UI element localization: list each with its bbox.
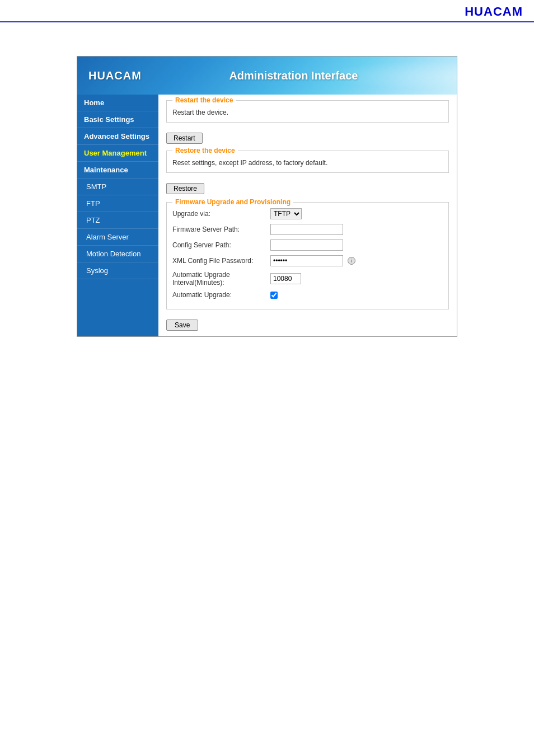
sidebar-item-home[interactable]: Home [77, 95, 158, 111]
config-server-label: Config Server Path: [172, 241, 270, 249]
upgrade-via-select[interactable]: TFTP HTTP [270, 208, 302, 219]
xml-password-input[interactable] [270, 255, 343, 266]
sidebar-item-motion-detection[interactable]: Motion Detection [77, 246, 158, 262]
firmware-legend: Firmware Upgrade and Provisioning [172, 198, 293, 206]
page-content: HUACAM Administration Interface Home Bas… [0, 22, 534, 370]
config-server-row: Config Server Path: [172, 240, 443, 251]
top-bar: HUACAM [0, 0, 534, 22]
sidebar-item-smtp[interactable]: SMTP [77, 179, 158, 195]
restart-legend: Restart the device [172, 96, 236, 104]
firmware-server-label: Firmware Server Path: [172, 226, 270, 233]
upgrade-via-label: Upgrade via: [172, 210, 270, 218]
cam-header-title: Administration Interface [142, 69, 446, 82]
sidebar-item-user-management[interactable]: User Management [77, 145, 158, 162]
restore-text: Reset settings, except IP address, to fa… [172, 159, 443, 167]
upgrade-via-row: Upgrade via: TFTP HTTP [172, 208, 443, 219]
config-server-input[interactable] [270, 240, 343, 251]
info-icon[interactable]: i [348, 257, 355, 265]
sidebar-item-basic-settings[interactable]: Basic Settings [77, 111, 158, 128]
xml-password-label: XML Config File Password: [172, 257, 270, 265]
sidebar-item-alarm-server[interactable]: Alarm Server [77, 229, 158, 246]
top-brand: HUACAM [465, 4, 523, 19]
restore-button[interactable]: Restore [166, 183, 204, 194]
firmware-server-input[interactable] [270, 224, 343, 235]
restart-button[interactable]: Restart [166, 133, 203, 144]
auto-upgrade-interval-row: Automatic Upgrade Interval(Minutes): [172, 271, 443, 287]
xml-password-row: XML Config File Password: i [172, 255, 443, 266]
restart-section: Restart the device Restart the device. [166, 100, 449, 123]
sidebar-item-maintenance[interactable]: Maintenance [77, 162, 158, 179]
restore-section: Restore the device Reset settings, excep… [166, 151, 449, 173]
auto-upgrade-interval-input[interactable] [270, 273, 301, 284]
cam-header-brand: HUACAM [88, 69, 142, 82]
auto-upgrade-interval-label: Automatic Upgrade Interval(Minutes): [172, 271, 270, 287]
firmware-server-row: Firmware Server Path: [172, 224, 443, 235]
sidebar-item-ptz[interactable]: PTZ [77, 212, 158, 229]
password-row: i [270, 255, 355, 266]
restore-legend: Restore the device [172, 147, 238, 154]
firmware-section: Firmware Upgrade and Provisioning Upgrad… [166, 202, 449, 309]
cam-header: HUACAM Administration Interface [77, 57, 457, 95]
sidebar-item-advanced-settings[interactable]: Advanced Settings [77, 128, 158, 145]
cam-ui: HUACAM Administration Interface Home Bas… [77, 56, 457, 337]
cam-body: Home Basic Settings Advanced Settings Us… [77, 95, 457, 336]
sidebar-item-syslog[interactable]: Syslog [77, 262, 158, 279]
auto-upgrade-label: Automatic Upgrade: [172, 291, 270, 299]
sidebar-item-ftp[interactable]: FTP [77, 195, 158, 212]
auto-upgrade-row: Automatic Upgrade: [172, 291, 443, 299]
save-button[interactable]: Save [166, 320, 198, 331]
auto-upgrade-checkbox[interactable] [270, 292, 278, 299]
cam-main: Restart the device Restart the device. R… [158, 95, 457, 336]
cam-sidebar: Home Basic Settings Advanced Settings Us… [77, 95, 158, 336]
restart-text: Restart the device. [172, 109, 443, 116]
